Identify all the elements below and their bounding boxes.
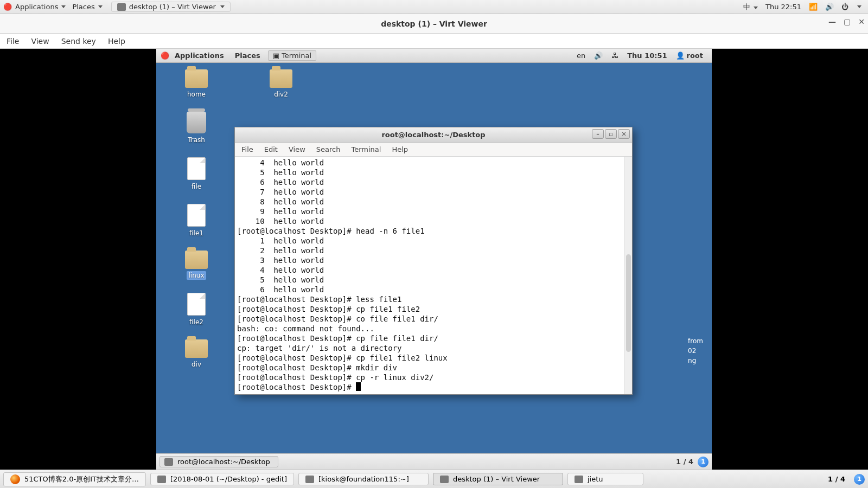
guest-topbar: 🔴 Applications Places ▣ Terminal en 🔊 🖧 …	[156, 49, 712, 63]
host-clock[interactable]: Thu 22:51	[765, 3, 801, 11]
folder-icon	[185, 251, 208, 269]
scrollbar-thumb[interactable]	[626, 254, 631, 352]
window-icon	[117, 3, 126, 11]
desktop-icon-file2[interactable]: file2	[175, 293, 218, 326]
desktop-icon-home[interactable]: home	[175, 69, 218, 99]
desktop-icon-file1[interactable]: file1	[175, 204, 218, 237]
virt-title: desktop (1) – Virt Viewer	[381, 20, 487, 28]
guest-taskbar-terminal[interactable]: root@localhost:~/Desktop	[159, 456, 278, 467]
guest-workspace-indicator[interactable]: 1 / 4	[676, 458, 693, 466]
guest-lang-indicator[interactable]: en	[572, 52, 590, 60]
guest-screen[interactable]: 🔴 Applications Places ▣ Terminal en 🔊 🖧 …	[156, 49, 712, 470]
terminal-menu-terminal[interactable]: Terminal	[351, 145, 381, 153]
desktop-icon-file[interactable]: file	[175, 157, 218, 191]
host-task-gedit[interactable]: [2018-08-01 (~/Desktop) - gedit]	[150, 473, 294, 485]
guest-volume-icon[interactable]: 🔊	[590, 52, 607, 60]
guest-active-task-label: Terminal	[282, 52, 311, 60]
guest-bottombar: root@localhost:~/Desktop 1 / 4 1	[156, 453, 712, 470]
host-task-jietu[interactable]: jietu	[567, 473, 643, 485]
terminal-scrollbar[interactable]	[624, 157, 632, 394]
terminal-title: root@localhost:~/Desktop	[381, 131, 485, 139]
host-bottombar: 51CTO博客2.0-原创IT技术文章分… [2018-08-01 (~/Des…	[0, 470, 868, 488]
terminal-menu-file[interactable]: File	[241, 145, 253, 153]
host-task-virtviewer[interactable]: desktop (1) – Virt Viewer	[433, 473, 563, 485]
host-active-task-label: desktop (1) – Virt Viewer	[129, 3, 216, 11]
virtviewer-icon	[440, 476, 449, 483]
terminal-maximize-button[interactable]: ▫	[605, 129, 617, 139]
host-places-menu[interactable]: Places	[69, 3, 105, 11]
desktop-icon-div[interactable]: div	[175, 339, 218, 369]
file-icon	[187, 204, 206, 227]
volume-icon[interactable]: 🔊	[825, 3, 834, 11]
folder-icon	[270, 69, 292, 88]
host-notification-badge[interactable]: 1	[854, 474, 865, 485]
terminal-titlebar[interactable]: root@localhost:~/Desktop – ▫ ✕	[235, 127, 632, 143]
terminal-menu-search[interactable]: Search	[316, 145, 341, 153]
terminal-icon	[164, 458, 173, 466]
virt-menu-help[interactable]: Help	[108, 37, 125, 46]
desktop-icons: home Trash file file1 linux file2 div	[175, 69, 218, 369]
guest-taskbar-label: root@localhost:~/Desktop	[177, 458, 270, 466]
host-workspace-indicator[interactable]: 1 / 4	[828, 475, 845, 483]
terminal-menu-help[interactable]: Help	[392, 145, 408, 153]
virt-menu-file[interactable]: File	[7, 37, 19, 46]
desktop-icon-trash[interactable]: Trash	[175, 112, 218, 144]
virt-menu-sendkey[interactable]: Send key	[61, 37, 96, 46]
minimize-button[interactable]: —	[828, 17, 836, 26]
virt-titlebar[interactable]: desktop (1) – Virt Viewer — ▢ ✕	[0, 14, 868, 34]
folder-icon	[185, 69, 208, 88]
terminal-menu-edit[interactable]: Edit	[264, 145, 278, 153]
guest-places-menu[interactable]: Places	[229, 52, 266, 60]
host-task-browser[interactable]: 51CTO博客2.0-原创IT技术文章分…	[3, 472, 146, 486]
distro-icon: 🔴	[3, 3, 12, 11]
host-active-task[interactable]: desktop (1) – Virt Viewer	[111, 2, 231, 12]
virt-menubar: File View Send key Help	[0, 34, 868, 49]
desktop-icon-div2[interactable]: div2	[259, 69, 303, 99]
guest-network-icon[interactable]: 🖧	[607, 52, 623, 60]
maximize-button[interactable]: ▢	[844, 17, 851, 26]
app-icon	[575, 476, 583, 483]
trash-icon	[187, 112, 206, 133]
terminal-menubar: File Edit View Search Terminal Help	[235, 143, 632, 157]
terminal-icon	[305, 476, 314, 483]
terminal-window[interactable]: root@localhost:~/Desktop – ▫ ✕ File Edit…	[234, 127, 633, 395]
gedit-icon	[157, 476, 166, 483]
terminal-close-button[interactable]: ✕	[618, 129, 630, 139]
desktop-icon-linux[interactable]: linux	[175, 251, 218, 280]
host-task-terminal[interactable]: [kiosk@foundation115:~]	[298, 473, 429, 485]
host-topbar: 🔴 Applications Places desktop (1) – Virt…	[0, 0, 868, 14]
folder-icon	[185, 339, 208, 358]
guest-applications-menu[interactable]: Applications	[169, 52, 229, 60]
terminal-output[interactable]: 4 hello world 5 hello world 6 hello worl…	[235, 157, 632, 394]
user-icon: 👤	[676, 52, 685, 60]
guest-distro-icon: 🔴	[161, 52, 169, 60]
guest-display-area: 🔴 Applications Places ▣ Terminal en 🔊 🖧 …	[0, 49, 868, 470]
wifi-icon[interactable]: 📶	[809, 3, 818, 11]
terminal-menu-view[interactable]: View	[289, 145, 305, 153]
guest-user-menu[interactable]: 👤root	[672, 52, 708, 60]
notification-peek: from02ng	[688, 336, 703, 365]
host-applications-menu[interactable]: Applications	[12, 3, 69, 11]
file-icon	[187, 293, 206, 316]
file-icon	[187, 157, 206, 180]
ime-indicator[interactable]: 中	[743, 2, 758, 12]
close-button[interactable]: ✕	[858, 17, 865, 26]
terminal-minimize-button[interactable]: –	[592, 129, 604, 139]
virt-menu-view[interactable]: View	[31, 37, 49, 46]
firefox-icon	[10, 474, 20, 484]
power-icon[interactable]: ⏻	[841, 3, 848, 11]
guest-clock[interactable]: Thu 10:51	[623, 52, 671, 60]
guest-notification-badge[interactable]: 1	[698, 457, 709, 467]
guest-active-task[interactable]: ▣ Terminal	[268, 50, 316, 61]
terminal-icon: ▣	[273, 52, 279, 60]
virt-viewer-window: desktop (1) – Virt Viewer — ▢ ✕ File Vie…	[0, 14, 868, 470]
